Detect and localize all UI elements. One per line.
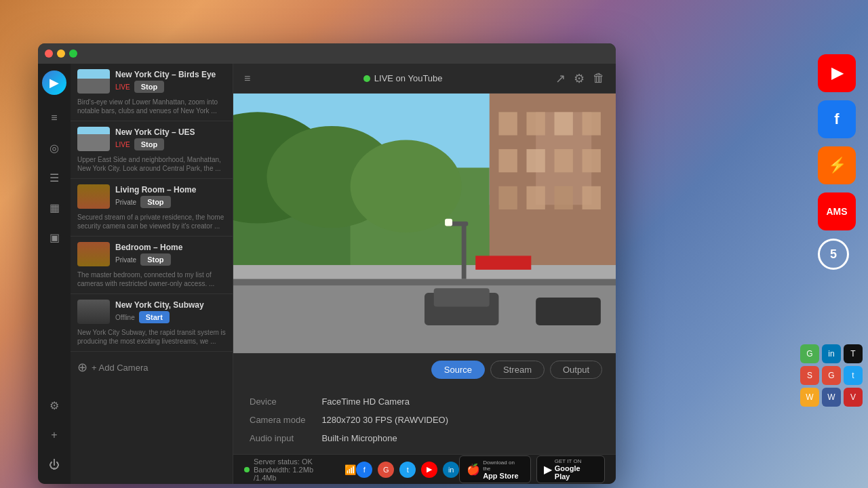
- stop-button-4[interactable]: Stop: [140, 253, 170, 266]
- small-icon-8[interactable]: W: [822, 388, 841, 407]
- camera-name-1: New York City – Birds Eye: [115, 70, 226, 79]
- camera-desc-2: Upper East Side and neighborhood, Manhat…: [77, 155, 226, 173]
- social-linkedin[interactable]: in: [443, 462, 459, 478]
- desktop-icons-small: G in T S G t W W V: [800, 344, 863, 407]
- camera-info-2: New York City – UES LIVE Stop: [115, 127, 226, 150]
- camera-status-row-4: Private Stop: [115, 253, 226, 266]
- svg-rect-13: [526, 149, 545, 172]
- youtube-desktop-icon[interactable]: ▶: [818, 54, 856, 92]
- stream-button[interactable]: Stream: [490, 361, 545, 379]
- facebook-icon: f: [834, 110, 839, 128]
- controls-bar: Source Stream Output: [233, 353, 616, 386]
- svg-rect-12: [498, 149, 517, 172]
- camera-item-subway[interactable]: New York City, Subway Offline Start New …: [71, 294, 233, 352]
- googleplay-sub: GET IT ON: [555, 458, 597, 464]
- social-twitter[interactable]: t: [399, 462, 416, 478]
- camera-thumb-5: [77, 300, 110, 324]
- app-window: ▶ ≡ ◎ ☰ ▦ ▣ ⚙ + ⏻: [38, 43, 616, 484]
- sidebar-item-location[interactable]: ◎: [42, 136, 66, 160]
- menu-icon[interactable]: ≡: [244, 73, 250, 85]
- small-icon-5[interactable]: G: [822, 366, 841, 385]
- svg-rect-28: [445, 219, 452, 226]
- youtube-icon: ▶: [831, 64, 843, 82]
- sidebar-item-grid[interactable]: ▦: [42, 195, 66, 220]
- device-label: Device: [250, 396, 305, 407]
- svg-rect-8: [498, 112, 517, 135]
- social-googleplus[interactable]: G: [378, 462, 394, 478]
- settings-icon: ⚙: [50, 399, 59, 412]
- sidebar-item-list[interactable]: ☰: [42, 165, 66, 190]
- start-button-5[interactable]: Start: [139, 311, 170, 323]
- source-button[interactable]: Source: [431, 361, 485, 379]
- camera-item-top-5: New York City, Subway Offline Start: [77, 300, 226, 324]
- minimize-button[interactable]: [57, 49, 65, 58]
- trash-icon[interactable]: 🗑: [593, 71, 605, 85]
- camera-item-living-room[interactable]: Living Room – Home Private Stop Secured …: [71, 179, 233, 237]
- stop-button-1[interactable]: Stop: [134, 81, 164, 93]
- svg-rect-10: [555, 112, 573, 135]
- footer: Server status: OK Bandwidth: 1.2Mb /1.4M…: [233, 454, 616, 484]
- mode-value: 868x488 30 FPS (RAWVIDEO): [321, 415, 599, 425]
- small-icon-1[interactable]: G: [800, 344, 819, 363]
- appstore-button[interactable]: 🍎 Download on the App Store: [459, 455, 531, 483]
- googleplay-icon: ▶: [544, 463, 552, 476]
- camera-item-top-1: New York City – Birds Eye LIVE Stop: [77, 69, 226, 94]
- camera-thumb-4: [77, 242, 110, 266]
- maximize-button[interactable]: [69, 49, 77, 58]
- stop-button-2[interactable]: Stop: [134, 138, 164, 150]
- title-bar: [38, 43, 616, 64]
- camera-desc-1: Bird's-eye view of Lower Manhattan, zoom…: [77, 98, 226, 115]
- sidebar-item-settings[interactable]: ⚙: [42, 393, 66, 418]
- stop-button-3[interactable]: Stop: [140, 196, 170, 208]
- small-icon-7[interactable]: W: [800, 388, 819, 407]
- appstore-name: App Store: [483, 472, 524, 480]
- audio-label: Audio input: [250, 433, 305, 443]
- add-camera-button[interactable]: ⊕ + Add Camera: [71, 352, 233, 383]
- status-badge-4: Private: [115, 256, 136, 264]
- svg-rect-14: [555, 149, 573, 172]
- camera-item-top-3: Living Room – Home Private Stop: [77, 184, 226, 209]
- camera-info-4: Bedroom – Home Private Stop: [115, 243, 226, 266]
- small-icon-3[interactable]: T: [844, 344, 863, 363]
- camera-item-bedroom[interactable]: Bedroom – Home Private Stop The master b…: [71, 237, 233, 294]
- camera-thumb-1: [77, 69, 110, 94]
- top-bar: ≡ LIVE on YouTube ↗ ⚙ 🗑: [233, 64, 616, 94]
- gear-icon[interactable]: ⚙: [574, 71, 585, 86]
- social-youtube[interactable]: ▶: [421, 462, 437, 478]
- sidebar-item-power[interactable]: ⏻: [42, 453, 66, 477]
- lightning-desktop-icon[interactable]: ⚡: [818, 146, 856, 184]
- camera-info-1: New York City – Birds Eye LIVE Stop: [115, 70, 226, 93]
- sidebar-item-monitor[interactable]: ▣: [42, 225, 66, 249]
- svg-rect-18: [555, 186, 573, 209]
- social-facebook[interactable]: f: [356, 462, 372, 478]
- camera-item-nyc-ues[interactable]: New York City – UES LIVE Stop Upper East…: [71, 121, 233, 179]
- ams-icon: AMS: [826, 206, 847, 217]
- small-icon-2[interactable]: in: [822, 344, 841, 363]
- app-logo[interactable]: ▶: [42, 70, 66, 95]
- camera-status-row-5: Offline Start: [115, 311, 226, 323]
- circle5-desktop-icon[interactable]: 5: [818, 239, 849, 270]
- bandwidth-text: Bandwidth: 1.2Mb /1.4Mb: [254, 466, 338, 482]
- small-icon-4[interactable]: S: [800, 366, 819, 385]
- facebook-desktop-icon[interactable]: f: [818, 100, 856, 138]
- mode-label: Camera mode: [250, 415, 305, 425]
- sidebar-item-channels[interactable]: ≡: [42, 106, 66, 130]
- camera-name-2: New York City – UES: [115, 127, 226, 137]
- traffic-lights: [45, 49, 77, 58]
- list-icon: ☰: [50, 171, 59, 184]
- camera-item-nyc-birds-eye[interactable]: New York City – Birds Eye LIVE Stop Bird…: [71, 64, 233, 121]
- small-icon-6[interactable]: t: [844, 366, 863, 385]
- close-button[interactable]: [45, 49, 53, 58]
- share-icon[interactable]: ↗: [555, 71, 566, 86]
- output-button[interactable]: Output: [550, 361, 602, 379]
- sidebar-item-add[interactable]: +: [42, 423, 66, 447]
- server-status: Server status: OK Bandwidth: 1.2Mb /1.4M…: [244, 458, 356, 482]
- small-icon-9[interactable]: V: [844, 388, 863, 407]
- grid-icon: ▦: [50, 201, 60, 214]
- ams-desktop-icon[interactable]: AMS: [818, 192, 856, 230]
- street-scene-svg: [233, 94, 616, 353]
- camera-list: New York City – Birds Eye LIVE Stop Bird…: [71, 64, 233, 484]
- svg-rect-24: [434, 288, 490, 306]
- googleplay-button[interactable]: ▶ GET IT ON Google Play: [536, 455, 605, 483]
- status-badge-1: LIVE: [115, 83, 130, 91]
